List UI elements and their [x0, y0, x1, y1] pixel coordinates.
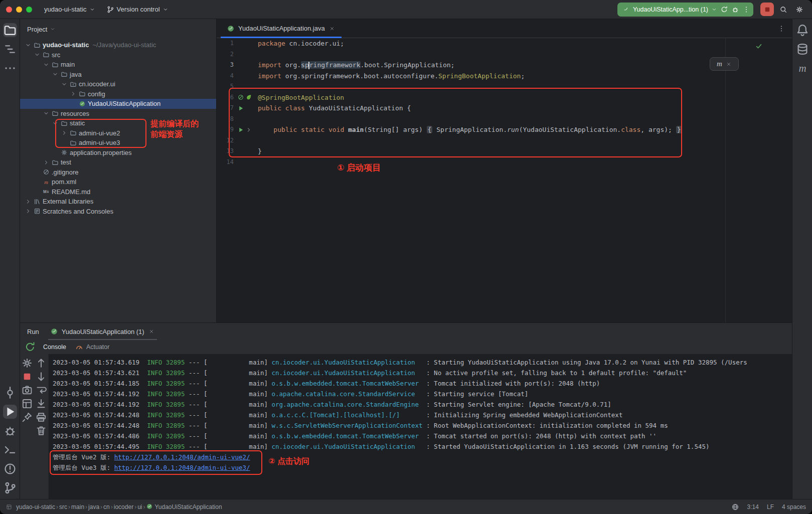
breadcrumb-item[interactable]: java	[88, 503, 99, 510]
stop-process-button[interactable]	[21, 371, 33, 383]
close-window-button[interactable]	[6, 7, 12, 13]
prev-occurrence-button[interactable]	[35, 357, 47, 369]
tree-item-test[interactable]: test	[20, 157, 216, 167]
run-tab[interactable]: YudaoUiStaticApplication (1)	[48, 323, 157, 340]
tree-item-yudao-ui-static[interactable]: yudao-ui-static~/Java/yudao-ui-static	[20, 40, 216, 50]
close-icon[interactable]	[726, 60, 732, 68]
debug-icon[interactable]	[731, 6, 739, 14]
editor-more-options-icon[interactable]	[775, 25, 788, 33]
line-number[interactable]: 5	[217, 81, 234, 92]
project-tool-button[interactable]	[3, 23, 17, 37]
chevron-right-icon[interactable]	[42, 158, 50, 166]
console-link[interactable]: http://127.0.0.1:2048/admin-ui-vue3/	[114, 464, 250, 471]
search-everywhere-button[interactable]	[777, 3, 790, 16]
chevron-down-icon[interactable]	[42, 109, 50, 117]
database-tool-button[interactable]	[795, 42, 809, 56]
run-tool-button[interactable]	[3, 405, 17, 419]
run-configuration-widget[interactable]: YudaoUiStaticApp...tion (1)	[617, 3, 753, 17]
line-number[interactable]: 3	[217, 60, 234, 71]
close-tab-icon[interactable]	[148, 328, 155, 335]
clear-console-button[interactable]	[35, 425, 47, 437]
tab-actuator[interactable]: Actuator	[73, 343, 112, 351]
line-number[interactable]: 9	[217, 124, 234, 135]
minimize-window-button[interactable]	[16, 7, 22, 13]
rerun-button[interactable]	[24, 341, 36, 353]
vcs-widget[interactable]: Version control	[102, 4, 173, 16]
problems-tool-button[interactable]	[3, 462, 17, 476]
line-separator[interactable]: LF	[767, 503, 774, 510]
line-number[interactable]: 6	[217, 92, 234, 103]
leaf-icon[interactable]	[245, 94, 252, 101]
ide-settings-button[interactable]	[793, 3, 806, 16]
notifications-button[interactable]	[795, 23, 809, 37]
more-run-options-icon[interactable]	[742, 6, 750, 14]
next-occurrence-button[interactable]	[35, 371, 47, 383]
commit-tool-button[interactable]	[3, 386, 17, 400]
tree-item-cn-iocoder-ui[interactable]: cn.iocoder.ui	[20, 79, 216, 89]
terminal-tool-button[interactable]	[3, 443, 17, 457]
git-tool-button[interactable]	[3, 481, 17, 495]
breadcrumb-item[interactable]: ui	[137, 503, 142, 510]
chevron-right-icon[interactable]	[24, 198, 32, 206]
line-number[interactable]: 1	[217, 38, 234, 49]
fold-chevron-icon[interactable]	[245, 126, 252, 133]
rerun-icon[interactable]	[720, 6, 728, 14]
console-output[interactable]: 2023-03-05 01:57:43.619 INFO 32895 --- […	[48, 354, 792, 499]
run-play-icon[interactable]	[237, 126, 244, 133]
editor-tab[interactable]: YudaoUiStaticApplication.java	[221, 19, 342, 38]
code-editor-area[interactable]: 1package cn.iocoder.ui;23import org.spri…	[217, 38, 792, 322]
thread-dump-button[interactable]	[21, 384, 33, 396]
project-selector[interactable]: yudao-ui-static	[40, 4, 99, 15]
chevron-right-icon[interactable]	[60, 129, 68, 137]
chevron-right-icon[interactable]	[69, 90, 77, 98]
chevron-down-icon[interactable]	[33, 51, 41, 59]
breadcrumb-item[interactable]: yudao-ui-static	[16, 503, 55, 510]
chevron-right-icon[interactable]	[24, 207, 32, 215]
chevron-down-icon[interactable]	[51, 119, 59, 127]
chevron-down-icon[interactable]	[42, 61, 50, 69]
line-number[interactable]: 2	[217, 49, 234, 60]
soft-wrap-button[interactable]	[35, 384, 47, 396]
run-play-icon[interactable]	[237, 105, 244, 112]
tree-item-readme-md[interactable]: MREADME.md	[20, 187, 216, 197]
line-number[interactable]: 8	[217, 114, 234, 125]
tree-item-scratches-and-consoles[interactable]: Scratches and Consoles	[20, 207, 216, 217]
chevron-down-icon[interactable]	[60, 80, 68, 88]
run-settings-button[interactable]	[21, 357, 33, 369]
tree-item-yudaouistaticapplication[interactable]: YudaoUiStaticApplication	[20, 99, 216, 109]
line-number[interactable]: 7	[217, 103, 234, 114]
chevron-down-icon[interactable]	[24, 41, 32, 49]
line-number[interactable]: 4	[217, 71, 234, 82]
globe-icon[interactable]	[731, 503, 739, 511]
stop-button[interactable]	[760, 3, 774, 16]
maven-tool-button[interactable]: m	[795, 61, 809, 75]
tree-item-java[interactable]: java	[20, 70, 216, 80]
close-tab-icon[interactable]	[329, 25, 336, 32]
inspections-ok-check-icon[interactable]	[755, 42, 763, 50]
line-number[interactable]: 13	[217, 146, 234, 157]
caret-position[interactable]: 3:14	[747, 503, 759, 510]
restore-layout-button[interactable]	[21, 398, 33, 410]
line-number[interactable]: 14	[217, 157, 234, 168]
tree-item-application-properties[interactable]: application.properties	[20, 148, 216, 158]
breadcrumb-item[interactable]: src	[59, 503, 67, 510]
tree-item-pom-xml[interactable]: mpom.xml	[20, 177, 216, 187]
debug-tool-button[interactable]	[3, 424, 17, 438]
project-panel-header[interactable]: Project	[20, 19, 216, 39]
chevron-down-icon[interactable]	[51, 70, 59, 78]
bean-icon[interactable]	[237, 94, 244, 101]
indent-style[interactable]: 4 spaces	[782, 503, 806, 510]
maven-reload-widget[interactable]: m	[710, 57, 739, 71]
tree-item-external-libraries[interactable]: External Libraries	[20, 197, 216, 207]
breadcrumb-item[interactable]: cn	[103, 503, 110, 510]
tree-item--gitignore[interactable]: .gitignore	[20, 167, 216, 178]
more-tool-windows-button[interactable]	[3, 61, 17, 75]
fullscreen-window-button[interactable]	[26, 7, 32, 13]
console-link[interactable]: http://127.0.0.1:2048/admin-ui-vue2/	[114, 453, 250, 461]
scroll-to-end-button[interactable]	[35, 398, 47, 410]
tree-item-main[interactable]: main	[20, 60, 216, 70]
tree-item-config[interactable]: config	[20, 89, 216, 99]
breadcrumb-item[interactable]: YudaoUiStaticApplication	[154, 503, 222, 510]
tab-console[interactable]: Console	[41, 344, 68, 351]
structure-tool-button[interactable]	[3, 42, 17, 56]
